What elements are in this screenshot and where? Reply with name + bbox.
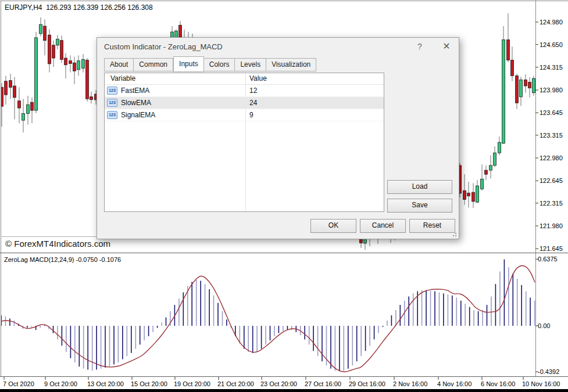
date-label: 27 Oct 16:00 <box>305 380 341 387</box>
header-variable: Variable <box>105 73 245 84</box>
mt4-chart-window: 124.980124.650124.315123.980123.645123.3… <box>0 0 568 392</box>
variable-name: SlowEMA <box>121 97 151 109</box>
numeric-parameter-icon: 123 <box>107 111 117 119</box>
price-label: 121.980 <box>540 222 563 229</box>
date-label: 13 Oct 20:00 <box>87 380 124 387</box>
date-label: 2 Nov 16:00 <box>393 380 427 387</box>
numeric-parameter-icon: 123 <box>107 87 117 95</box>
candle-body <box>90 97 93 100</box>
candle-body <box>528 82 531 88</box>
dialog-titlebar[interactable]: Custom Indicator - ZeroLag_MACD ? ✕ <box>97 38 459 55</box>
variable-value[interactable]: 12 <box>245 85 384 96</box>
candle-body <box>490 166 492 170</box>
candle-body <box>502 39 505 143</box>
candle-body <box>69 61 72 64</box>
help-icon[interactable]: ? <box>413 41 427 52</box>
table-row[interactable]: 123 FastEMA 12 <box>105 85 384 97</box>
candle-body <box>520 80 523 97</box>
price-label: 122.980 <box>540 154 563 161</box>
candle-body <box>463 190 466 199</box>
candle-body <box>56 39 59 45</box>
table-header: Variable Value <box>105 73 384 85</box>
candle-body <box>65 58 67 65</box>
candle-body <box>60 41 63 60</box>
macd-label: ZeroLag MACD(12,24,9) -0.0750 -0.1076 <box>4 256 121 263</box>
variable-value[interactable]: 9 <box>245 109 384 121</box>
candle-body <box>481 179 484 189</box>
candle-body <box>494 153 496 166</box>
candle-body <box>48 35 51 64</box>
candle-body <box>35 38 38 110</box>
tab-common[interactable]: Common <box>134 58 173 71</box>
date-label: 9 Oct 20:00 <box>44 380 77 387</box>
macd-panel <box>0 260 535 372</box>
candle-body <box>524 80 527 87</box>
candle-body <box>40 24 42 34</box>
resize-grip-icon[interactable] <box>452 232 456 236</box>
dialog-tabs: About Common Inputs Colors Levels Visual… <box>104 56 316 71</box>
tab-visualization[interactable]: Visualization <box>266 58 316 71</box>
candle-body <box>476 186 479 202</box>
macd-scale-label: 0.00 <box>538 322 550 329</box>
header-value: Value <box>245 73 384 84</box>
candle-body <box>467 193 470 196</box>
date-label: 4 Nov 16:00 <box>437 380 471 387</box>
date-label: 15 Oct 20:00 <box>131 380 167 387</box>
candle-body <box>52 45 55 58</box>
date-label: 21 Oct 20:00 <box>217 380 254 387</box>
candle-body <box>86 60 89 99</box>
candle-body <box>82 59 85 68</box>
date-label: 10 Nov 16:00 <box>522 380 560 387</box>
price-label: 124.650 <box>540 41 563 48</box>
custom-indicator-dialog: Custom Indicator - ZeroLag_MACD ? ✕ Abou… <box>97 37 459 239</box>
table-row[interactable]: 123 SignalEMA 9 <box>105 109 384 121</box>
cancel-button[interactable]: Cancel <box>360 219 406 233</box>
date-label: 29 Oct 16:00 <box>349 380 385 387</box>
numeric-parameter-icon: 123 <box>107 99 117 107</box>
price-label: 123.980 <box>540 87 563 93</box>
save-button[interactable]: Save <box>387 199 452 213</box>
variable-name: SignalEMA <box>121 109 155 121</box>
candle-body <box>73 63 76 71</box>
candle-body <box>9 81 12 88</box>
load-button[interactable]: Load <box>387 180 452 194</box>
table-row[interactable]: 123 SlowEMA 24 <box>105 97 384 109</box>
ok-button[interactable]: OK <box>310 219 356 233</box>
dialog-title: Custom Indicator - ZeroLag_MACD <box>104 42 223 51</box>
date-label: 6 Nov 16:00 <box>481 380 515 387</box>
macd-signal-line <box>0 265 535 372</box>
candle-body <box>31 102 34 110</box>
price-label: 123.315 <box>540 132 563 139</box>
candle-body <box>516 75 519 103</box>
watermark: © ForexMT4Indicators.com <box>5 239 110 249</box>
price-label: 122.315 <box>540 200 563 207</box>
macd-scale-label: -0.4392 <box>538 368 559 375</box>
candle-body <box>44 26 47 41</box>
tab-colors[interactable]: Colors <box>204 58 235 71</box>
macd-scale-label: 0.6375 <box>538 256 558 262</box>
candle-body <box>77 61 80 70</box>
tab-about[interactable]: About <box>104 58 134 71</box>
candle-body <box>27 105 30 113</box>
close-icon[interactable]: ✕ <box>439 40 454 53</box>
reset-button[interactable]: Reset <box>409 219 455 233</box>
tab-levels[interactable]: Levels <box>235 58 266 71</box>
price-label: 124.315 <box>540 64 563 71</box>
date-label: 7 Oct 2020 <box>3 380 34 387</box>
candle-body <box>507 39 510 60</box>
date-label: 19 Oct 20:00 <box>174 380 210 387</box>
variable-name: FastEMA <box>121 85 149 96</box>
candle-body <box>485 170 488 174</box>
tab-inputs[interactable]: Inputs <box>173 56 204 72</box>
taskbar-strip <box>0 389 568 392</box>
price-label: 124.980 <box>540 19 563 26</box>
variable-value[interactable]: 24 <box>245 97 384 109</box>
inputs-table: Variable Value 123 FastEMA 12 123 SlowEM… <box>104 73 384 212</box>
price-label: 121.645 <box>540 245 563 252</box>
price-label: 122.645 <box>540 177 563 184</box>
candle-body <box>511 60 514 76</box>
candle-body <box>13 86 16 98</box>
candle-body <box>533 78 535 93</box>
candle-body <box>5 81 8 95</box>
candle-body <box>22 113 25 120</box>
